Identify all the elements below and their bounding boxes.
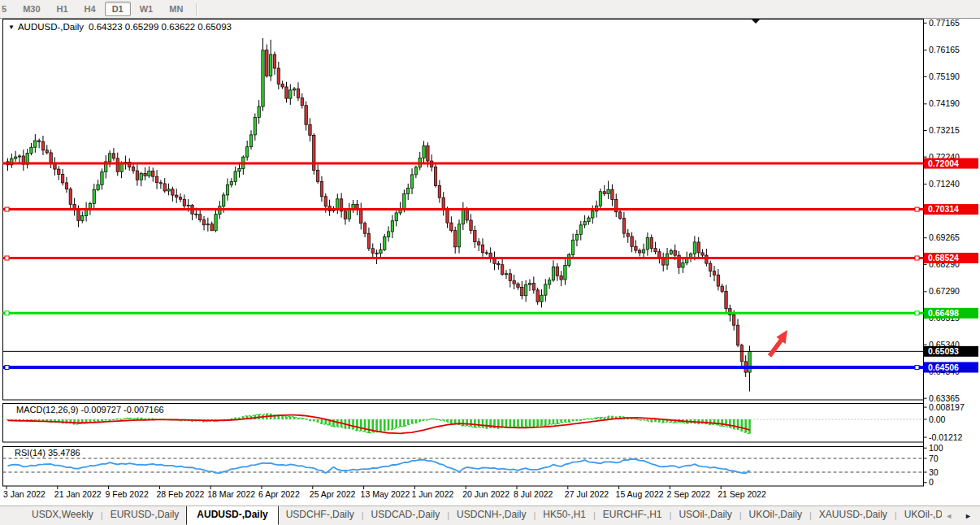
timeframe-button-h4[interactable]: H4 — [77, 2, 103, 16]
chart-tab-audusd-daily[interactable]: AUDUSD-,Daily — [186, 506, 278, 525]
candle-body-bear — [171, 189, 174, 195]
price-badge-label: 0.72004 — [928, 158, 959, 168]
timeframe-button-h1[interactable]: H1 — [50, 2, 76, 16]
candle-body-bull — [666, 254, 668, 265]
candle-body-bear — [631, 236, 633, 246]
candle-body-bull — [379, 249, 382, 254]
candle-body-bear — [442, 197, 444, 209]
candle-body-bull — [336, 199, 339, 210]
candle-body-bear — [363, 223, 366, 233]
mt4-chart-window: 5M30H1H4D1W1MN 0.771650.761650.751900.74… — [0, 0, 980, 525]
macd-bar — [533, 419, 536, 427]
candle-body-bear — [116, 158, 119, 172]
chart-tab-ukoil-daily[interactable]: UKOil-,Daily — [742, 506, 809, 525]
line-handle[interactable] — [5, 207, 9, 211]
symbol-menu-icon[interactable]: ▼ — [8, 24, 15, 31]
candle-body-bear — [732, 315, 735, 326]
chart-tab-xauusd-daily[interactable]: XAUUSD-,Daily — [812, 506, 895, 525]
candle-body-bull — [93, 190, 95, 204]
chart-canvas[interactable]: 0.771650.761650.751900.741900.732150.722… — [0, 0, 980, 525]
candle-body-bull — [548, 280, 550, 284]
date-tick-label: 8 Jul 2022 — [514, 489, 553, 499]
candle-body-bear — [603, 192, 605, 194]
macd-tick-label: 0.008197 — [929, 402, 965, 412]
candle-body-bear — [501, 265, 503, 275]
candle-body-bear — [344, 211, 346, 219]
line-handle[interactable] — [5, 311, 9, 315]
timeframe-toolbar: 5M30H1H4D1W1MN — [0, 0, 980, 19]
timeframe-button-mn[interactable]: MN — [162, 2, 190, 16]
candle-body-bear — [58, 169, 60, 174]
chart-tab-hk50-h1[interactable]: HK50-,H1 — [536, 506, 593, 525]
candle-body-bull — [505, 274, 507, 275]
candle-body-bear — [50, 153, 52, 164]
macd-bar — [521, 419, 523, 427]
candle-body-bear — [736, 325, 739, 345]
line-handle[interactable] — [5, 365, 9, 369]
macd-bar — [399, 419, 401, 427]
macd-bar — [395, 419, 397, 427]
candle-body-bear — [324, 197, 327, 206]
line-handle[interactable] — [915, 256, 919, 260]
chart-tab-eurusd-daily[interactable]: EURUSD-,Daily — [103, 506, 187, 525]
candle-body-bull — [670, 251, 672, 254]
macd-bar — [744, 419, 747, 432]
rsi-panel-frame — [3, 447, 924, 487]
date-tick-label: 20 Jun 2022 — [462, 489, 510, 499]
chart-tab-eurchf-h1[interactable]: EURCHF-,H1 — [596, 506, 670, 525]
candle-body-bull — [540, 295, 543, 302]
candle-body-bear — [37, 141, 40, 141]
macd-bar — [474, 419, 476, 427]
timeframe-button-5[interactable]: 5 — [0, 2, 14, 16]
candle-body-bull — [230, 182, 232, 185]
candle-body-bear — [183, 199, 185, 206]
candle-body-bull — [262, 50, 264, 106]
tab-scroll-right-icon[interactable]: ► — [965, 512, 972, 520]
chart-tab-usdx-weekly[interactable]: USDX,Weekly — [24, 506, 101, 525]
candle-body-bear — [61, 174, 63, 182]
candle-body-bear — [485, 253, 488, 254]
candle — [568, 253, 570, 267]
candle-body-bear — [266, 50, 268, 76]
candle-body-bull — [387, 232, 389, 236]
macd-bar — [352, 419, 354, 429]
candle-body-bear — [489, 253, 492, 257]
candle-body-bear — [635, 246, 637, 250]
chart-title[interactable]: ▼AUDUSD-,Daily0.64323 0.65299 0.63622 0.… — [8, 22, 232, 32]
macd-bar — [544, 419, 547, 426]
candle-body-bull — [407, 188, 410, 193]
candle-body-bull — [646, 238, 648, 249]
candle-body-bear — [285, 87, 288, 98]
toolbar-separator — [196, 3, 197, 15]
candle-body-bear — [622, 219, 625, 234]
chart-tab-usoil-daily[interactable]: USOil-,Daily — [671, 506, 739, 525]
candle-body-bear — [309, 124, 311, 135]
candle-body-bull — [167, 189, 170, 191]
candle-body-bull — [258, 106, 260, 117]
chart-title-symbol: AUDUSD-,Daily — [18, 22, 84, 32]
line-handle[interactable] — [915, 311, 919, 315]
candle-body-bear — [532, 283, 535, 289]
price-tick-label: 0.69265 — [929, 232, 960, 242]
candle-body-bear — [709, 263, 711, 271]
timeframe-button-d1[interactable]: D1 — [105, 2, 131, 16]
line-handle[interactable] — [915, 365, 919, 369]
candle-body-bull — [14, 157, 16, 158]
candle-body-bull — [607, 189, 609, 193]
candle-body-bull — [269, 54, 271, 76]
candle-body-bear — [179, 197, 181, 200]
candle-body-bear — [427, 146, 429, 162]
chart-tab-usdcnh-daily[interactable]: USDCNH-,Daily — [449, 506, 533, 525]
timeframe-button-w1[interactable]: W1 — [132, 2, 161, 16]
line-handle[interactable] — [915, 207, 919, 211]
chart-tab-usdchf-daily[interactable]: USDCHF-,Daily — [279, 506, 362, 525]
line-handle[interactable] — [5, 256, 9, 260]
chart-tab-usdcad-daily[interactable]: USDCAD-,Daily — [364, 506, 448, 525]
macd-bar — [748, 419, 751, 434]
price-badge-label: 0.70314 — [928, 204, 959, 214]
timeframe-button-m30[interactable]: M30 — [15, 2, 47, 16]
candle-body-bear — [144, 173, 146, 176]
candle-body-bull — [206, 224, 209, 225]
chart-tab-ukoil-da[interactable]: UKOil-,Da — [897, 506, 942, 525]
tab-scroll-left-icon[interactable]: ◄ — [945, 512, 952, 520]
